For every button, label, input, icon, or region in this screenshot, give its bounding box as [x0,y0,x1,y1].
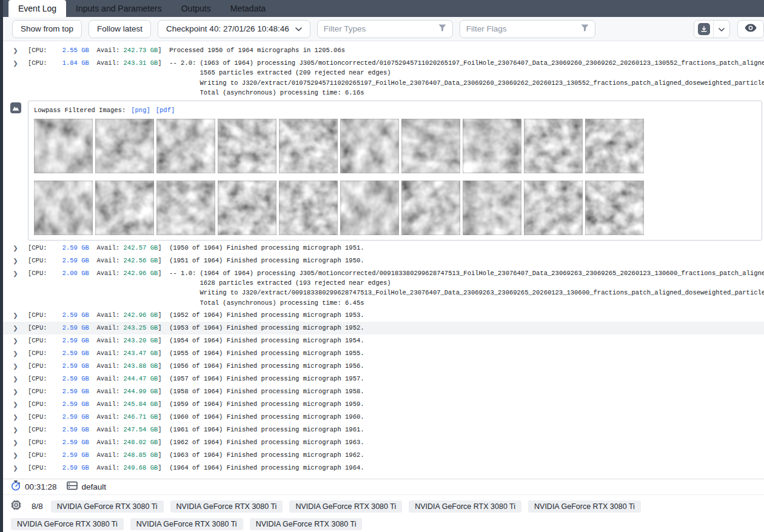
entry-gutter: ❯ [3,243,28,253]
micrograph-thumbnail[interactable] [95,119,154,173]
tab-event-log[interactable]: Event Log [8,0,66,17]
log-entry-text: [CPU: 2.55 GB Avail: 242.73 GB] Processe… [28,45,345,55]
micrograph-thumbnail[interactable] [95,181,154,235]
log-entry-text: [CPU: 2.59 GB Avail: 249.68 GB] (1964 of… [28,463,364,473]
expand-chevron-icon[interactable]: ❯ [13,374,18,384]
micrograph-thumbnail[interactable] [279,181,338,235]
lowpass-images-title: Lowpass Filtered Images:[png][pdf] [34,105,762,115]
micrograph-thumbnail[interactable] [156,181,215,235]
log-entry-text: [CPU: 2.59 GB Avail: 243.25 GB] (1953 of… [28,323,364,333]
expand-chevron-icon[interactable]: ❯ [13,256,18,266]
log-entry-text: [CPU: 2.59 GB Avail: 244.99 GB] (1958 of… [28,387,364,396]
event-log-toolbar: Show from top Follow latest Checkpoint 4… [3,17,764,41]
micrograph-thumbnail[interactable] [279,119,338,173]
log-entry: ❯ [CPU: 2.59 GB Avail: 248.85 GB] (1963 … [3,449,764,462]
filter-flags-input-wrap [460,20,595,38]
entry-gutter: ❯ [3,450,28,461]
micrograph-thumbnail[interactable] [218,119,276,173]
tab-metadata[interactable]: Metadata [221,0,275,17]
micrograph-thumbnail[interactable] [524,181,583,235]
expand-chevron-icon[interactable]: ❯ [13,438,18,448]
expand-chevron-icon[interactable]: ❯ [13,244,18,253]
micrograph-thumbnail[interactable] [156,119,215,173]
chevron-down-icon [295,24,302,33]
micrograph-thumbnail[interactable] [340,119,399,173]
filter-types-input[interactable] [324,24,438,33]
micrograph-thumbnail[interactable] [585,181,644,235]
job-status-footer: 00:31:28 default 8/8 NVIDIA GeForce RTX … [3,479,764,532]
log-entry-text: [CPU: 2.00 GB Avail: 242.96 GB] -- 1.0: … [28,268,764,308]
expand-chevron-icon[interactable]: ❯ [13,324,18,333]
log-entry: ❯ [CPU: 2.59 GB Avail: 244.99 GB] (1958 … [3,385,764,398]
follow-latest-button[interactable]: Follow latest [89,20,151,38]
entry-gutter: ❯ [3,412,28,422]
entry-gutter: ❯ [3,425,28,435]
expand-chevron-icon[interactable]: ❯ [13,269,18,279]
elapsed-time: 00:31:28 [25,482,57,491]
download-options-button[interactable] [714,20,729,38]
visibility-button[interactable] [737,20,764,38]
micrograph-thumbnail[interactable] [524,119,583,173]
log-entry-text: [CPU: 2.59 GB Avail: 242.57 GB] (1950 of… [28,243,364,253]
expand-chevron-icon[interactable]: ❯ [13,362,18,371]
micrograph-grid [34,119,649,235]
lane-name: default [82,482,107,491]
micrograph-thumbnail[interactable] [34,119,93,173]
chevron-down-icon [719,24,725,35]
pdf-link[interactable]: [pdf] [156,107,175,114]
tab-inputs-and-parameters[interactable]: Inputs and Parameters [66,0,172,17]
log-entry: ❯ [CPU: 2.59 GB Avail: 243.20 GB] (1954 … [3,334,764,347]
lowpass-images-panel: Lowpass Filtered Images:[png][pdf] [28,101,762,241]
micrograph-thumbnail[interactable] [340,181,399,235]
log-entry: ❯ [CPU: 2.59 GB Avail: 249.68 GB] (1964 … [3,462,764,474]
eye-icon [745,24,757,35]
download-button[interactable] [694,20,714,38]
png-link[interactable]: [png] [131,107,150,114]
toolbar-right-tools [694,20,764,38]
gpu-count: 8/8 [32,502,43,511]
show-from-top-button[interactable]: Show from top [12,20,82,38]
tab-outputs[interactable]: Outputs [172,0,221,17]
log-entry: ❯ [CPU: 2.59 GB Avail: 242.96 GB] (1952 … [3,309,764,322]
expand-chevron-icon[interactable]: ❯ [13,59,18,68]
stopwatch-icon [11,480,21,493]
gpu-badge: NVIDIA GeForce RTX 3080 Ti [528,500,641,513]
log-entry: ❯ [CPU: 2.59 GB Avail: 243.47 GB] (1955 … [3,347,764,360]
filter-funnel-icon [438,24,446,35]
entry-gutter: ❯ [3,310,28,321]
log-entry-text: [CPU: 2.59 GB Avail: 246.71 GB] (1960 of… [28,412,364,422]
log-entry-text: [CPU: 2.59 GB Avail: 243.47 GB] (1955 of… [28,348,364,358]
micrograph-thumbnail[interactable] [218,181,276,235]
expand-chevron-icon[interactable]: ❯ [13,413,18,422]
micrograph-thumbnail[interactable] [463,119,521,173]
micrograph-thumbnail[interactable] [401,119,460,173]
expand-chevron-icon[interactable]: ❯ [13,464,18,473]
gpu-badge: NVIDIA GeForce RTX 3080 Ti [289,500,402,513]
show-from-top-label: Show from top [21,24,73,33]
expand-chevron-icon[interactable]: ❯ [13,336,18,346]
log-entry: ❯ [CPU: 2.59 GB Avail: 242.57 GB] (1950 … [3,242,764,254]
expand-chevron-icon[interactable]: ❯ [13,451,18,461]
checkpoint-dropdown[interactable]: Checkpoint 40: 27/01/26 10:48:46 [158,20,310,38]
filter-funnel-icon [581,24,589,35]
log-entry: ❯ [CPU: 2.55 GB Avail: 242.73 GB] Proces… [3,44,764,57]
expand-chevron-icon[interactable]: ❯ [13,349,18,359]
micrograph-thumbnail[interactable] [585,119,644,173]
micrograph-thumbnail[interactable] [34,181,93,235]
lowpass-images-entry: Lowpass Filtered Images:[png][pdf] [3,99,764,242]
log-entry: ❯ [CPU: 2.59 GB Avail: 247.54 GB] (1961 … [3,424,764,436]
expand-chevron-icon[interactable]: ❯ [13,387,18,397]
filter-flags-input[interactable] [466,24,581,33]
expand-chevron-icon[interactable]: ❯ [13,425,18,435]
gpu-badge: NVIDIA GeForce RTX 3080 Ti [170,500,283,513]
image-attachment-icon[interactable] [10,102,21,113]
expand-chevron-icon[interactable]: ❯ [13,400,18,410]
micrograph-thumbnail[interactable] [463,181,521,235]
expand-chevron-icon[interactable]: ❯ [13,311,18,321]
log-entry-text: [CPU: 2.59 GB Avail: 248.02 GB] (1962 of… [28,437,364,447]
sidebar-edge [0,0,3,532]
micrograph-thumbnail[interactable] [401,181,460,235]
expand-chevron-icon[interactable]: ❯ [13,46,18,56]
log-entry: ❯ [CPU: 2.59 GB Avail: 244.47 GB] (1957 … [3,373,764,385]
gpu-badge: NVIDIA GeForce RTX 3080 Ti [11,518,124,530]
